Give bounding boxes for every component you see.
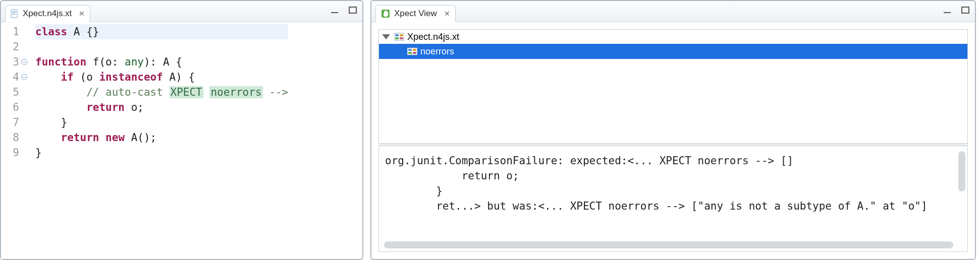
scroll-thumb[interactable] xyxy=(958,151,965,191)
tree-root-row[interactable]: Xpect.n4js.xt xyxy=(379,30,967,44)
line-number: 4 xyxy=(1,70,28,85)
xpect-view-pane: Xpect View ✕ Xpect.n4js.xt noerrors xyxy=(370,0,976,260)
svg-rect-16 xyxy=(413,49,416,51)
tree-child-row[interactable]: noerrors xyxy=(379,44,967,59)
code-line: } xyxy=(35,145,288,160)
svg-rect-8 xyxy=(962,7,969,13)
xt-file-icon xyxy=(394,32,404,41)
line-gutter: 1 2 3 4 5 6 7 8 9 xyxy=(1,23,30,259)
svg-rect-13 xyxy=(400,37,403,39)
close-icon[interactable]: ✕ xyxy=(444,10,450,18)
line-number: 6 xyxy=(1,100,28,115)
svg-rect-10 xyxy=(395,34,399,36)
code-line: function f(o: any): A { xyxy=(35,54,288,70)
svg-rect-17 xyxy=(408,52,412,54)
editor-pane: Xpect.n4js.xt ✕ 1 2 3 4 5 6 7 8 9 class … xyxy=(0,0,363,260)
line-number: 2 xyxy=(1,39,28,54)
line-number: 1 xyxy=(1,24,28,39)
line-number: 8 xyxy=(1,130,28,145)
code-area[interactable]: class A {} function f(o: any): A { if (o… xyxy=(30,23,288,259)
window-controls xyxy=(943,6,970,14)
view-tab-label: Xpect View xyxy=(394,9,437,19)
minimize-icon[interactable] xyxy=(330,6,339,14)
close-icon[interactable]: ✕ xyxy=(79,10,85,18)
detail-line: return o; xyxy=(385,168,961,183)
view-tabbar: Xpect View ✕ xyxy=(371,1,975,22)
failure-detail[interactable]: org.junit.ComparisonFailure: expected:<.… xyxy=(378,146,968,252)
editor-tabbar: Xpect.n4js.xt ✕ xyxy=(1,1,362,22)
line-number: 3 xyxy=(1,54,28,70)
line-number: 5 xyxy=(1,85,28,100)
svg-rect-1 xyxy=(12,11,16,12)
svg-rect-12 xyxy=(395,37,399,39)
disclosure-triangle-icon[interactable] xyxy=(382,34,390,39)
maximize-icon[interactable] xyxy=(348,6,357,14)
svg-rect-2 xyxy=(12,13,16,13)
code-line xyxy=(35,39,288,54)
tree-child-label: noerrors xyxy=(420,46,454,57)
vertical-scrollbar[interactable] xyxy=(958,151,965,236)
maximize-icon[interactable] xyxy=(961,6,970,14)
svg-rect-0 xyxy=(11,10,17,18)
hand-icon xyxy=(381,9,390,18)
svg-rect-4 xyxy=(331,12,338,13)
detail-line: ret...> but was:<... XPECT noerrors --> … xyxy=(385,199,961,214)
fold-icon[interactable] xyxy=(21,59,27,65)
svg-rect-5 xyxy=(349,7,356,13)
editor-tab[interactable]: Xpect.n4js.xt ✕ xyxy=(5,5,90,22)
view-tab[interactable]: Xpect View ✕ xyxy=(375,5,456,22)
svg-rect-18 xyxy=(413,52,416,54)
xpect-view-body: Xpect.n4js.xt noerrors org.junit.Compari… xyxy=(371,22,975,259)
file-icon xyxy=(11,9,19,18)
editor-tab-label: Xpect.n4js.xt xyxy=(23,9,72,19)
svg-rect-3 xyxy=(12,14,15,15)
minimize-icon[interactable] xyxy=(943,6,952,14)
detail-line: org.junit.ComparisonFailure: expected:<.… xyxy=(385,153,961,168)
svg-rect-11 xyxy=(400,34,403,36)
code-line: return new A(); xyxy=(35,130,288,145)
line-number: 9 xyxy=(1,145,28,160)
fold-icon[interactable] xyxy=(21,74,27,80)
code-line: } xyxy=(35,115,288,130)
line-number: 7 xyxy=(1,115,28,130)
tree-root-label: Xpect.n4js.xt xyxy=(407,32,459,42)
code-line: // auto-cast XPECT noerrors --> xyxy=(35,85,288,100)
test-tree[interactable]: Xpect.n4js.xt noerrors xyxy=(378,29,968,143)
svg-rect-7 xyxy=(944,12,951,13)
code-line: if (o instanceof A) { xyxy=(35,70,288,85)
code-editor[interactable]: 1 2 3 4 5 6 7 8 9 class A {} function f(… xyxy=(1,22,362,259)
xt-test-icon xyxy=(407,47,417,56)
svg-rect-15 xyxy=(408,49,412,51)
detail-line: } xyxy=(385,183,961,199)
window-controls xyxy=(330,6,357,14)
code-line: return o; xyxy=(35,100,288,115)
horizontal-scrollbar[interactable] xyxy=(384,241,953,248)
code-line: class A {} xyxy=(35,24,288,39)
